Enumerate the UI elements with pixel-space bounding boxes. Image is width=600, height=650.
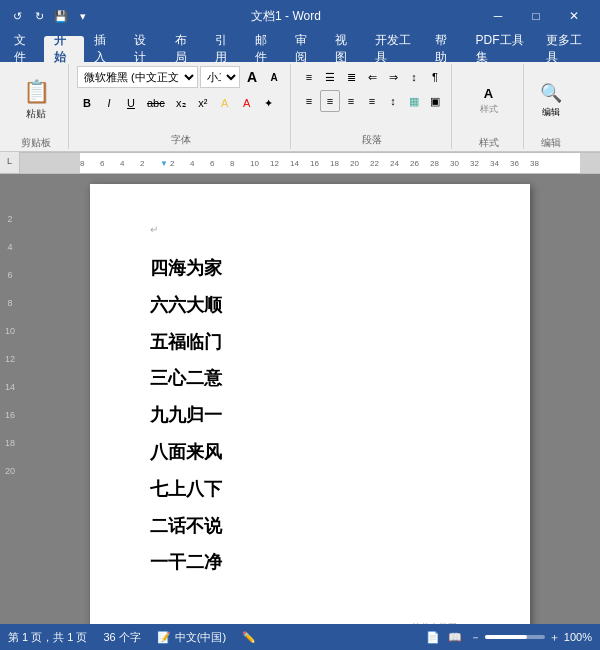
- close-button[interactable]: ✕: [556, 0, 592, 32]
- shrink-font-button[interactable]: A: [264, 66, 284, 88]
- bullet-list-button[interactable]: ≡: [299, 66, 319, 88]
- styles-content: A 样式: [471, 66, 507, 134]
- line-num-6: 6: [7, 270, 12, 280]
- tab-layout[interactable]: 布局: [165, 36, 205, 62]
- shading-button[interactable]: ▦: [404, 90, 424, 112]
- doc-line-4: 三心二意: [150, 364, 222, 393]
- paste-button[interactable]: 📋 粘贴: [18, 66, 54, 134]
- strikethrough-button[interactable]: abc: [143, 92, 169, 114]
- language-icon: 📝: [157, 631, 171, 644]
- clipboard-content: 📋 粘贴: [18, 66, 54, 134]
- tab-dev[interactable]: 开发工具: [365, 36, 425, 62]
- status-bar: 第 1 页，共 1 页 36 个字 📝 中文(中国) ✏️ 📄 📖 － ＋ 10…: [0, 624, 600, 650]
- decrease-indent-button[interactable]: ⇐: [362, 66, 382, 88]
- para-row1: ≡ ☰ ≣ ⇐ ⇒ ↕ ¶: [299, 66, 445, 88]
- tab-view[interactable]: 视图: [325, 36, 365, 62]
- edit-mode: ✏️: [242, 631, 256, 644]
- zoom-in-button[interactable]: ＋: [549, 630, 560, 645]
- tab-home[interactable]: 开始: [44, 36, 84, 62]
- cursor-line: ↵: [150, 224, 470, 234]
- tab-design[interactable]: 设计: [124, 36, 164, 62]
- word-count: 36 个字: [103, 630, 140, 645]
- document-container[interactable]: 软件自学网：RJZXW.COM ↵ 四海为家 六六大顺 五福临门 三心二意 九九…: [20, 174, 600, 624]
- edit-label: 编辑: [542, 106, 560, 119]
- page-info-text: 第 1 页，共 1 页: [8, 630, 87, 645]
- line-num-14: 14: [5, 382, 15, 392]
- clipboard-label: 剪贴板: [21, 134, 51, 150]
- italic-button[interactable]: I: [99, 92, 119, 114]
- doc-line-3: 五福临门: [150, 328, 222, 357]
- view-reading[interactable]: 📖: [448, 631, 462, 644]
- font-row2: B I U abc x₂ x² A A ✦: [77, 92, 279, 114]
- ruler-container: L 8 6 4 2 ▼ 2 4 6 8 10 12 14 16 18 20 22…: [0, 152, 600, 174]
- left-sidebar: 2 4 6 8 10 12 14 16 18 20: [0, 174, 20, 624]
- status-right: 📄 📖 － ＋ 100%: [426, 630, 592, 645]
- doc-line-2: 六六大顺: [150, 291, 222, 320]
- justify-button[interactable]: ≡: [362, 90, 382, 112]
- doc-line-5: 九九归一: [150, 401, 222, 430]
- tab-review[interactable]: 审阅: [285, 36, 325, 62]
- undo-button[interactable]: ↺: [8, 7, 26, 25]
- subscript-button[interactable]: x₂: [171, 92, 191, 114]
- zoom-percent: 100%: [564, 631, 592, 643]
- borders-button[interactable]: ▣: [425, 90, 445, 112]
- multilevel-list-button[interactable]: ≣: [341, 66, 361, 88]
- zoom-out-button[interactable]: －: [470, 630, 481, 645]
- zoom-slider[interactable]: [485, 635, 545, 639]
- clear-format-button[interactable]: ✦: [259, 92, 279, 114]
- page-info: 第 1 页，共 1 页: [8, 630, 87, 645]
- tab-pdf[interactable]: PDF工具集: [466, 36, 536, 62]
- highlight-button[interactable]: A: [215, 92, 235, 114]
- ribbon: 📋 粘贴 剪贴板 微软雅黑 (中文正文 小二 A A B I U ab: [0, 62, 600, 152]
- main-area: 2 4 6 8 10 12 14 16 18 20 软件自学网：RJZXW.CO…: [0, 174, 600, 624]
- styles-icon: A 样式: [480, 85, 498, 116]
- document-content[interactable]: 四海为家 六六大顺 五福临门 三心二意 九九归一 八面来风 七上八下 二话不说 …: [150, 234, 470, 577]
- enter-mark: ↵: [150, 224, 158, 235]
- superscript-button[interactable]: x²: [193, 92, 213, 114]
- save-button[interactable]: 💾: [52, 7, 70, 25]
- line-num-20: 20: [5, 466, 15, 476]
- tab-more[interactable]: 更多工具: [536, 36, 596, 62]
- ruler-left-margin: L: [0, 152, 20, 173]
- document-page: 软件自学网：RJZXW.COM ↵ 四海为家 六六大顺 五福临门 三心二意 九九…: [90, 184, 530, 624]
- maximize-button[interactable]: □: [518, 0, 554, 32]
- line-num-2: 2: [7, 214, 12, 224]
- font-size-select[interactable]: 小二: [200, 66, 240, 88]
- tab-file[interactable]: 文件: [4, 36, 44, 62]
- increase-indent-button[interactable]: ⇒: [383, 66, 403, 88]
- line-spacing-button[interactable]: ↕: [383, 90, 403, 112]
- find-button[interactable]: 🔍 编辑: [533, 66, 569, 134]
- minimize-button[interactable]: ─: [480, 0, 516, 32]
- zoom-control: － ＋ 100%: [470, 630, 592, 645]
- tab-help[interactable]: 帮助: [425, 36, 465, 62]
- line-num-16: 16: [5, 410, 15, 420]
- font-group-label: 字体: [171, 131, 191, 147]
- window-title: 文档1 - Word: [92, 8, 480, 25]
- grow-font-button[interactable]: A: [242, 66, 262, 88]
- align-center-button[interactable]: ≡: [320, 90, 340, 112]
- paragraph-group: ≡ ☰ ≣ ⇐ ⇒ ↕ ¶ ≡ ≡ ≡ ≡ ↕ ▦ ▣ 段落: [293, 64, 452, 149]
- underline-button[interactable]: U: [121, 92, 141, 114]
- tab-insert[interactable]: 插入: [84, 36, 124, 62]
- edit-group-label: 编辑: [541, 134, 561, 150]
- line-num-12: 12: [5, 354, 15, 364]
- show-marks-button[interactable]: ¶: [425, 66, 445, 88]
- align-left-button[interactable]: ≡: [299, 90, 319, 112]
- styles-button[interactable]: A 样式: [471, 66, 507, 134]
- font-family-select[interactable]: 微软雅黑 (中文正文: [77, 66, 198, 88]
- font-color-button[interactable]: A: [237, 92, 257, 114]
- customize-btn[interactable]: ▾: [74, 7, 92, 25]
- bold-button[interactable]: B: [77, 92, 97, 114]
- language-text: 中文(中国): [175, 630, 226, 645]
- doc-line-6: 八面来风: [150, 438, 222, 467]
- align-right-button[interactable]: ≡: [341, 90, 361, 112]
- redo-button[interactable]: ↻: [30, 7, 48, 25]
- view-normal[interactable]: 📄: [426, 631, 440, 644]
- doc-line-7: 七上八下: [150, 475, 222, 504]
- tab-mailings[interactable]: 邮件: [245, 36, 285, 62]
- tab-references[interactable]: 引用: [205, 36, 245, 62]
- font-row1: 微软雅黑 (中文正文 小二 A A: [77, 66, 284, 88]
- numbered-list-button[interactable]: ☰: [320, 66, 340, 88]
- sort-button[interactable]: ↕: [404, 66, 424, 88]
- ruler-dark-left: [20, 153, 80, 173]
